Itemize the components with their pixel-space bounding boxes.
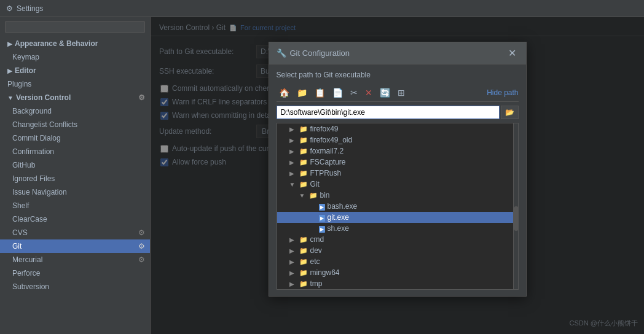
tree-item-label: FTPRush (310, 169, 342, 177)
copy-toolbar-btn[interactable]: 📋 (312, 87, 328, 99)
tree-item-label: bin (320, 191, 330, 200)
settings-icon: ⚙ (6, 4, 13, 13)
gear-icon: ⚙ (138, 93, 145, 102)
sidebar: ▶Appearance & Behavior Keymap ▶Editor Pl… (0, 17, 151, 334)
sidebar-item-github[interactable]: GitHub (0, 158, 150, 172)
tree-item[interactable]: ▶ 📁 FTPRush (277, 168, 518, 179)
tree-item-label: git.exe (328, 213, 349, 222)
modal-toolbar: 🏠 📁 📋 📄 ✂ ✕ 🔄 ⊞ Hide path (277, 84, 519, 102)
folder-icon: 📁 (299, 125, 308, 133)
tree-item-label: foxmail7.2 (310, 147, 344, 155)
folder-icon: 📁 (299, 269, 308, 277)
home-toolbar-btn[interactable]: 🏠 (277, 87, 292, 99)
sidebar-item-shelf[interactable]: Shelf (0, 199, 150, 212)
modal-title: 🔧 Git Configuration (277, 49, 350, 58)
git-config-icon: 🔧 (277, 49, 286, 58)
folder-icon: 📁 (309, 192, 318, 200)
mercurial-gear-icon: ⚙ (138, 255, 145, 264)
git-gear-icon: ⚙ (138, 242, 145, 251)
sidebar-item-background[interactable]: Background (0, 104, 150, 118)
tree-item-label: Git (310, 180, 320, 188)
tree-item[interactable]: ▶ sh.exe (277, 223, 518, 234)
tree-item[interactable]: ▶ 📁 tmp (277, 278, 518, 289)
grid-toolbar-btn[interactable]: ⊞ (395, 87, 407, 99)
scrollbar[interactable] (513, 123, 518, 289)
folder-icon: 📁 (299, 258, 308, 266)
refresh-toolbar-btn[interactable]: 🔄 (377, 87, 393, 99)
sidebar-item-commitdialog[interactable]: Commit Dialog (0, 131, 150, 145)
sidebar-item-subversion[interactable]: Subversion (0, 280, 150, 293)
modal-title-text: Git Configuration (290, 49, 350, 58)
tree-item-label: FSCapture (310, 158, 346, 166)
tree-item-label: firefox49_old (310, 136, 353, 144)
modal-close-button[interactable]: ✕ (506, 47, 519, 59)
hide-path-button[interactable]: Hide path (487, 88, 518, 97)
sidebar-item-mercurial[interactable]: Mercurial ⚙ (0, 253, 150, 266)
sidebar-item-plugins[interactable]: Plugins (0, 77, 150, 91)
path-input-row: 📂 (277, 106, 519, 119)
title-text: Settings (17, 4, 43, 13)
cvs-gear-icon: ⚙ (138, 228, 145, 237)
modal-path-input[interactable] (277, 106, 500, 119)
folder-toolbar-btn[interactable]: 📁 (294, 87, 310, 99)
cut-toolbar-btn[interactable]: ✂ (348, 87, 360, 99)
sidebar-search[interactable] (0, 17, 150, 37)
tree-item-label: cmd (310, 235, 324, 244)
search-input[interactable] (5, 21, 145, 33)
sidebar-item-ignoredfiles[interactable]: Ignored Files (0, 172, 150, 185)
tree-item[interactable]: ▼ 📁 Git (277, 179, 518, 190)
sidebar-item-cvs[interactable]: CVS ⚙ (0, 226, 150, 239)
tree-item[interactable]: ▶ 📁 etc (277, 256, 518, 267)
tree-item-label: bash.exe (328, 202, 358, 211)
git-config-modal: 🔧 Git Configuration ✕ Select path to Git… (269, 42, 527, 297)
tree-item-label: dev (310, 246, 322, 255)
folder-icon: 📁 (299, 147, 308, 155)
paste-toolbar-btn[interactable]: 📄 (330, 87, 345, 99)
modal-overlay: 🔧 Git Configuration ✕ Select path to Git… (151, 17, 644, 334)
folder-icon: 📁 (299, 247, 308, 255)
tree-item-label: firefox49 (310, 125, 339, 133)
tree-item[interactable]: ▶ 📁 foxmail7.2 (277, 146, 518, 157)
exe-file-icon: ▶ (319, 224, 325, 233)
tree-item[interactable]: ▼ 📁 bin (277, 190, 518, 201)
exe-file-icon: ▶ (319, 202, 325, 211)
tree-item[interactable]: ▶ bash.exe (277, 201, 518, 212)
folder-icon: 📁 (299, 136, 308, 144)
modal-body: Select path to Git executable 🏠 📁 📋 📄 ✂ … (269, 64, 526, 296)
folder-icon: 📁 (299, 181, 308, 188)
sidebar-item-versioncontrol[interactable]: ▼Version Control ⚙ (0, 91, 150, 104)
sidebar-item-clearcase[interactable]: ClearCase (0, 212, 150, 226)
sidebar-item-appearance[interactable]: ▶Appearance & Behavior (0, 37, 150, 50)
folder-icon: 📁 (299, 236, 308, 244)
sidebar-item-git[interactable]: Git ⚙ (0, 239, 150, 253)
tree-item-label: etc (310, 257, 320, 266)
tree-item[interactable]: ▶ 📁 mingw64 (277, 267, 518, 278)
path-browse-button[interactable]: 📂 (501, 106, 519, 119)
tree-item[interactable]: ▶ git.exe (277, 212, 518, 223)
tree-item[interactable]: ▶ 📁 firefox49_old (277, 134, 518, 146)
modal-header: 🔧 Git Configuration ✕ (269, 42, 526, 64)
tree-item[interactable]: ▶ 📁 cmd (277, 234, 518, 245)
title-bar: ⚙ Settings (0, 0, 644, 17)
sidebar-item-perforce[interactable]: Perforce (0, 266, 150, 280)
tree-item[interactable]: ▶ 📁 FSCapture (277, 157, 518, 168)
tree-item-label: tmp (310, 279, 323, 288)
tree-item[interactable]: ▶ 📁 dev (277, 245, 518, 256)
sidebar-item-keymap[interactable]: Keymap (0, 50, 150, 64)
delete-toolbar-btn[interactable]: ✕ (363, 87, 375, 99)
content-area: Version Control › Git 📄 For current proj… (151, 17, 644, 334)
folder-icon: 📁 (299, 169, 308, 177)
folder-icon: 📁 (299, 158, 308, 166)
sidebar-item-editor[interactable]: ▶Editor (0, 64, 150, 77)
sidebar-item-issuenavigation[interactable]: Issue Navigation (0, 185, 150, 199)
exe-file-icon: ▶ (319, 213, 325, 222)
sidebar-item-confirmation[interactable]: Confirmation (0, 145, 150, 158)
tree-item-label: sh.exe (328, 224, 349, 233)
folder-icon: 📁 (299, 280, 308, 288)
tree-item-label: mingw64 (310, 268, 340, 277)
file-tree: ▶ 📁 firefox49 ▶ 📁 firefox49_old ▶ (277, 123, 519, 290)
sidebar-item-changelist[interactable]: Changelist Conflicts (0, 118, 150, 131)
tree-item[interactable]: ▶ 📁 firefox49 (277, 123, 518, 134)
modal-subtitle: Select path to Git executable (277, 71, 519, 79)
